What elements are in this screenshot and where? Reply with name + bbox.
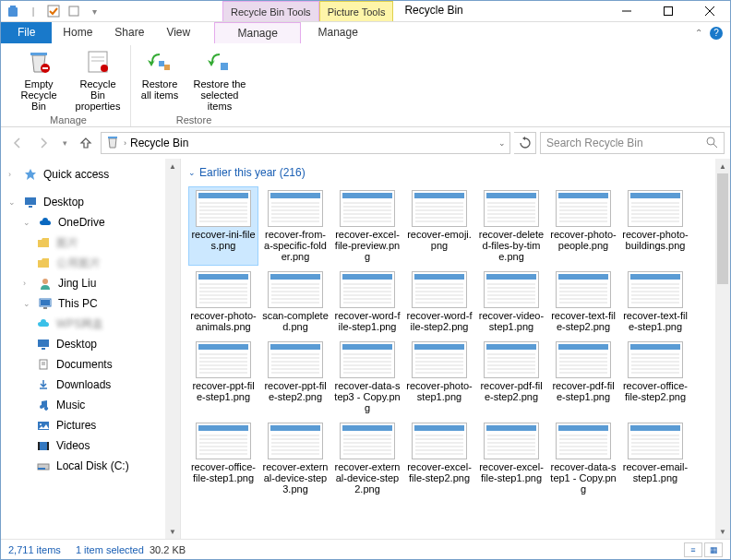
- file-name-label: recover-data-step1 - Copy.png: [550, 461, 617, 494]
- file-item[interactable]: recover-text-file-step2.png: [548, 268, 618, 336]
- refresh-button[interactable]: [514, 132, 536, 154]
- chevron-right-icon[interactable]: ›: [23, 279, 32, 288]
- qat-checkbox-icon[interactable]: [45, 3, 62, 19]
- file-item[interactable]: recover-pdf-file-step2.png: [476, 338, 546, 417]
- nav-pictures[interactable]: Pictures: [1, 415, 180, 435]
- address-dropdown-icon[interactable]: ⌄: [498, 138, 506, 148]
- file-item[interactable]: recover-office-file-step2.png: [620, 338, 690, 417]
- thumbnails-view-button[interactable]: ▦: [704, 542, 723, 557]
- nav-onedrive[interactable]: ⌄ OneDrive: [1, 212, 180, 232]
- file-item[interactable]: recover-data-step1 - Copy.png: [548, 419, 618, 498]
- file-item[interactable]: recover-ini-files.png: [188, 186, 258, 266]
- qat-dropdown-icon[interactable]: ▾: [86, 3, 102, 19]
- nav-history-dropdown[interactable]: ▾: [58, 132, 71, 154]
- file-item[interactable]: recover-ppt-file-step1.png: [188, 338, 258, 417]
- file-item[interactable]: recover-photo-animals.png: [188, 268, 258, 336]
- nav-user[interactable]: › Jing Liu: [1, 273, 180, 293]
- file-item[interactable]: recover-external-device-step2.png: [332, 419, 402, 498]
- file-thumbnail: [556, 190, 611, 227]
- file-item[interactable]: recover-excel-file-step2.png: [404, 419, 474, 498]
- file-item[interactable]: recover-word-file-step1.png: [332, 268, 402, 336]
- tab-share[interactable]: Share: [103, 22, 155, 43]
- scroll-down-icon[interactable]: ▼: [165, 524, 180, 539]
- chevron-down-icon[interactable]: ⌄: [188, 168, 196, 177]
- file-item[interactable]: recover-from-a-specific-folder.png: [260, 186, 330, 266]
- nav-onedrive-folder-2[interactable]: 公用图片: [1, 253, 180, 273]
- close-button[interactable]: [689, 1, 730, 21]
- file-item[interactable]: recover-pdf-file-step1.png: [548, 338, 618, 417]
- empty-recycle-bin-button[interactable]: Empty Recycle Bin: [10, 45, 67, 113]
- cloud-icon: [36, 316, 51, 331]
- search-input[interactable]: Search Recycle Bin: [540, 132, 725, 154]
- file-name-label: recover-excel-file-step1.png: [478, 461, 545, 483]
- file-item[interactable]: recover-word-file-step2.png: [404, 268, 474, 336]
- tab-manage-bin[interactable]: Manage: [214, 22, 301, 43]
- tab-file[interactable]: File: [1, 22, 52, 43]
- svg-rect-3: [69, 6, 78, 16]
- scroll-down-icon[interactable]: ▼: [715, 524, 730, 539]
- file-item[interactable]: recover-deleted-files-by-time.png: [476, 186, 546, 266]
- nav-back-button[interactable]: [6, 132, 29, 154]
- nav-wps[interactable]: WPS网盘: [1, 314, 180, 334]
- file-thumbnail: [556, 423, 611, 459]
- nav-documents[interactable]: Documents: [1, 354, 180, 375]
- nav-up-button[interactable]: [75, 132, 97, 154]
- restore-selected-items-button[interactable]: Restore the selected items: [186, 45, 253, 113]
- details-view-button[interactable]: ≡: [684, 542, 702, 557]
- restore-all-items-button[interactable]: Restore all items: [135, 45, 185, 113]
- file-item[interactable]: recover-photo-people.png: [548, 186, 618, 266]
- chevron-right-icon[interactable]: ›: [8, 170, 18, 179]
- file-item[interactable]: recover-emoji.png: [404, 186, 474, 266]
- chevron-down-icon[interactable]: ⌄: [23, 218, 32, 227]
- file-item[interactable]: recover-data-step3 - Copy.png: [332, 338, 402, 417]
- nav-local-disk-c[interactable]: Local Disk (C:): [1, 456, 180, 476]
- collapse-ribbon-icon[interactable]: ⌃: [695, 28, 702, 38]
- file-item[interactable]: recover-ppt-file-step2.png: [260, 338, 330, 417]
- file-item[interactable]: recover-text-file-step1.png: [620, 268, 690, 336]
- breadcrumb-location[interactable]: Recycle Bin: [130, 137, 188, 149]
- nav-forward-button[interactable]: [32, 132, 54, 154]
- file-item[interactable]: recover-photo-step1.png: [404, 338, 474, 417]
- help-icon[interactable]: ?: [710, 27, 723, 40]
- nav-videos[interactable]: Videos: [1, 435, 180, 456]
- file-item[interactable]: recover-video-step1.png: [476, 268, 546, 336]
- nav-scrollbar[interactable]: ▲ ▼: [165, 159, 180, 539]
- tab-home[interactable]: Home: [52, 22, 103, 43]
- scroll-up-icon[interactable]: ▲: [715, 159, 730, 173]
- chevron-right-icon[interactable]: ›: [124, 138, 126, 148]
- file-item[interactable]: recover-photo-buildings.png: [620, 186, 690, 266]
- contextual-tab-recycle-bin-tools: Recycle Bin Tools: [222, 1, 319, 21]
- nav-downloads[interactable]: Downloads: [1, 375, 180, 395]
- chevron-down-icon[interactable]: ⌄: [8, 197, 18, 207]
- nav-this-pc[interactable]: ⌄ This PC: [1, 293, 180, 314]
- file-item[interactable]: scan-completed.png: [260, 268, 330, 336]
- minimize-button[interactable]: [605, 1, 647, 21]
- nav-onedrive-folder-1[interactable]: 图片: [1, 232, 180, 253]
- content-scrollbar[interactable]: ▲ ▼: [715, 159, 730, 539]
- file-item[interactable]: recover-office-file-step1.png: [188, 419, 258, 498]
- qat-properties-icon[interactable]: [66, 3, 82, 19]
- file-name-label: recover-ppt-file-step1.png: [190, 380, 257, 402]
- recycle-bin-icon[interactable]: [5, 3, 21, 19]
- file-item[interactable]: recover-excel-file-step1.png: [476, 419, 546, 498]
- scrollbar-thumb[interactable]: [717, 173, 728, 284]
- file-item[interactable]: recover-excel-file-preview.png: [332, 186, 402, 266]
- recycle-bin-properties-button[interactable]: Recycle Bin properties: [69, 45, 126, 113]
- chevron-down-icon[interactable]: ⌄: [23, 299, 32, 308]
- group-header[interactable]: ⌄ Earlier this year (216): [181, 159, 730, 183]
- nav-music[interactable]: Music: [1, 395, 180, 415]
- address-bar[interactable]: › Recycle Bin ⌄: [101, 132, 510, 154]
- file-item[interactable]: recover-email-step1.png: [620, 419, 690, 498]
- nav-desktop[interactable]: ⌄ Desktop: [1, 192, 180, 212]
- nav-quick-access[interactable]: › Quick access: [1, 164, 180, 185]
- maximize-button[interactable]: [647, 1, 689, 21]
- search-placeholder: Search Recycle Bin: [546, 137, 705, 149]
- svg-rect-27: [38, 340, 49, 347]
- file-thumbnail: [340, 190, 395, 227]
- nav-thispc-desktop[interactable]: Desktop: [1, 334, 180, 354]
- tab-manage-pic[interactable]: Manage: [301, 22, 375, 43]
- file-item[interactable]: recover-external-device-step3.png: [260, 419, 330, 498]
- scroll-up-icon[interactable]: ▲: [165, 159, 180, 173]
- tab-view[interactable]: View: [155, 22, 201, 43]
- title-bar: | ▾ Recycle Bin Tools Picture Tools Recy…: [1, 1, 730, 22]
